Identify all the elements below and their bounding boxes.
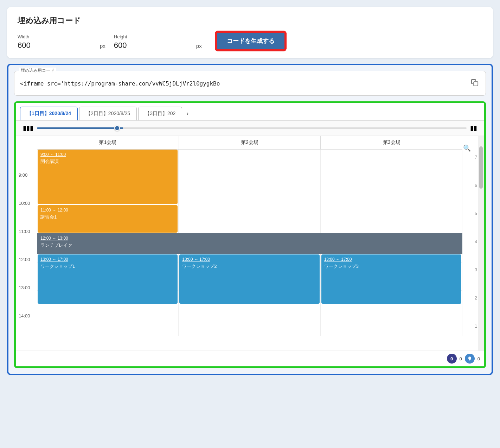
embed-code-label: 埋め込み用コード	[19, 68, 56, 74]
dot-badge-blue[interactable]	[465, 354, 475, 364]
right-num-2: 2	[462, 294, 478, 322]
height-label: Height	[114, 34, 191, 39]
dot-badge-dark[interactable]: 0	[447, 354, 457, 364]
time-slot-10: 10:00	[16, 199, 37, 227]
card-title: 埋め込み用コード	[18, 15, 482, 26]
venue-2: 第2会場	[179, 136, 321, 149]
right-panel: 🔍 7 6 5 4 3 2 1	[462, 136, 478, 351]
event-workshop-a[interactable]: 13:00 ～ 17:00 ワークショップ1	[38, 254, 178, 304]
slider-row: ▮▮▮ ▮▮	[16, 121, 484, 136]
event-opening[interactable]: 9:00 ～ 11:00 開会講演	[38, 150, 178, 204]
event-wsb-title: ワークショップ2	[182, 263, 316, 270]
clipboard-icon	[471, 79, 479, 87]
calendar-preview: 【1日目】2020/8/24 【2日目】2020/8/25 【3日目】202 ›…	[14, 101, 486, 368]
event-wsc-time: 13:00 ～ 17:00	[324, 257, 459, 263]
zoom-slider[interactable]	[37, 127, 467, 129]
scrollbar-thumb	[479, 146, 483, 189]
time-slot-14: 14:00	[16, 312, 37, 340]
event-columns: 9:00 ～ 11:00 開会講演 11:00 ～ 12:00 講習会1 13:…	[37, 150, 462, 336]
embed-code-row: <iframe src='https://program-share.com/v…	[20, 77, 480, 90]
calendar-area: 9:00 10:00 11:00 12:00 13:00 14:00 第1会場 …	[16, 136, 484, 351]
venue-1: 第1会場	[37, 136, 179, 149]
dimension-row: Width px Height px コードを生成する	[18, 32, 482, 51]
lunch-title: ランチブレイク	[40, 242, 459, 248]
dot-num-2: 0	[477, 356, 480, 361]
venue-3: 第3会場	[321, 136, 462, 149]
slider-thumb	[114, 125, 120, 131]
copy-button[interactable]	[469, 77, 480, 90]
tab-day1[interactable]: 【1日目】2020/8/24	[20, 107, 78, 120]
scrollbar[interactable]	[478, 136, 484, 351]
height-input[interactable]	[114, 41, 191, 51]
svg-rect-0	[474, 82, 478, 86]
width-group: Width	[18, 34, 95, 51]
width-label: Width	[18, 34, 95, 39]
time-column: 9:00 10:00 11:00 12:00 13:00 14:00	[16, 136, 37, 351]
dot-num-1: 0	[460, 356, 462, 361]
time-slot-12: 12:00	[16, 255, 37, 284]
event-wsa-title: ワークショップ1	[40, 263, 175, 270]
right-num-4: 4	[462, 238, 478, 266]
event-opening-title: 開会講演	[40, 158, 175, 165]
lunch-time: 12:00 ～ 13:00	[40, 235, 459, 241]
tab-day2[interactable]: 【2日目】2020/8/25	[79, 107, 137, 120]
event-opening-time: 9:00 ～ 11:00	[40, 152, 175, 158]
embed-code-card: 埋め込み用コード Width px Height px コードを生成する	[7, 7, 493, 58]
height-group: Height	[114, 34, 191, 51]
event-workshop-b[interactable]: 13:00 ～ 17:00 ワークショップ2	[179, 254, 319, 304]
dot-indicators-row: 0 0 0	[16, 351, 484, 366]
time-slot-11: 11:00	[16, 227, 37, 255]
event-ws1-title: 講習会1	[40, 214, 175, 220]
calendar-tabs: 【1日目】2020/8/24 【2日目】2020/8/25 【3日目】202 ›	[16, 103, 484, 121]
slider-left-icon: ▮▮▮	[23, 124, 33, 132]
tab-day3[interactable]: 【3日目】202	[138, 107, 182, 120]
tab-next-arrow[interactable]: ›	[185, 108, 190, 119]
right-num-7: 7	[462, 153, 478, 182]
width-input[interactable]	[18, 41, 95, 51]
right-num-6: 6	[462, 182, 478, 210]
event-ws1-time: 11:00 ～ 12:00	[40, 207, 175, 213]
time-slot-9: 9:00	[16, 171, 37, 199]
right-num-3: 3	[462, 266, 478, 294]
time-slot-13: 13:00	[16, 284, 37, 312]
right-num-1: 1	[462, 322, 478, 351]
event-wsc-title: ワークショップ3	[324, 263, 459, 270]
pin-icon	[467, 356, 472, 361]
event-workshop1[interactable]: 11:00 ～ 12:00 講習会1	[38, 205, 178, 233]
grid-line-2-2	[179, 206, 320, 206]
event-area: 第1会場 第2会場 第3会場	[37, 136, 462, 351]
grid-line-3-2	[321, 206, 462, 206]
embed-code-text: <iframe src='https://program-share.com/v…	[20, 80, 466, 87]
slider-right-icon: ▮▮	[470, 124, 477, 132]
grid-line-2-1	[179, 178, 320, 178]
generate-button[interactable]: コードを生成する	[216, 32, 286, 50]
event-wsa-time: 13:00 ～ 17:00	[40, 257, 175, 263]
blue-section: 埋め込み用コード <iframe src='https://program-sh…	[7, 64, 493, 375]
right-num-5: 5	[462, 210, 478, 238]
zoom-icon[interactable]: 🔍	[463, 144, 471, 152]
event-workshop-c[interactable]: 13:00 ～ 17:00 ワークショップ3	[321, 254, 461, 304]
width-px: px	[100, 43, 105, 49]
embed-code-box: 埋め込み用コード <iframe src='https://program-sh…	[14, 71, 486, 96]
lunch-break-event[interactable]: 12:00 ～ 13:00 ランチブレイク	[37, 233, 462, 254]
height-px: px	[196, 43, 202, 49]
venue-headers: 第1会場 第2会場 第3会場	[37, 136, 462, 150]
grid-line-3-1	[321, 178, 462, 178]
event-wsb-time: 13:00 ～ 17:00	[182, 257, 316, 263]
zoom-area: 🔍	[462, 136, 478, 153]
